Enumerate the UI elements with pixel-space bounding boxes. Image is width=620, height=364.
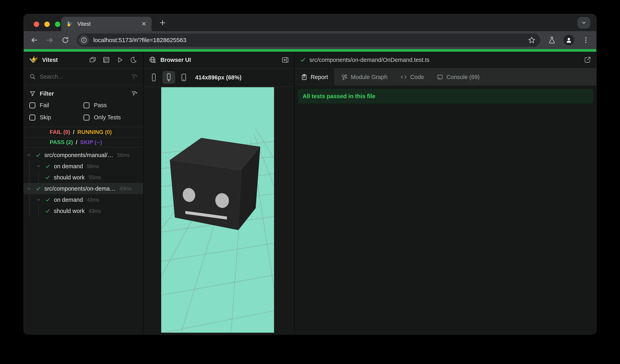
device-tablet-icon[interactable] xyxy=(180,73,187,82)
all-tests-passed-banner: All tests passed in this file xyxy=(298,89,593,103)
new-tab-button[interactable] xyxy=(158,18,167,27)
browser-window: Vitest ✕ xyxy=(24,14,596,335)
device-mobile-icon[interactable] xyxy=(150,73,157,82)
test-duration: 43ms xyxy=(89,208,101,214)
ui-windows-icon[interactable] xyxy=(88,55,97,64)
run-all-icon[interactable] xyxy=(115,55,124,64)
tab-title: Vitest xyxy=(77,21,91,27)
browser-tab[interactable]: Vitest ✕ xyxy=(61,17,152,31)
browser-ui-panel: Browser UI xyxy=(144,52,294,335)
report-panel: src/components/on-demand/OnDemand.test.t… xyxy=(294,52,596,335)
pass-check-icon xyxy=(43,197,52,202)
checkbox[interactable] xyxy=(29,102,35,108)
search-icon xyxy=(29,73,36,80)
chevron-down-icon[interactable] xyxy=(34,164,43,169)
chevron-down-icon[interactable] xyxy=(34,197,43,202)
forward-button[interactable] xyxy=(46,36,54,44)
address-toolbar: localhost:5173/#/?file=1828625563 xyxy=(24,31,596,49)
filter-option-pass[interactable]: Pass xyxy=(83,102,138,109)
browser-preview[interactable] xyxy=(161,87,274,333)
filter-option-fail[interactable]: Fail xyxy=(29,102,83,109)
test-tree-row-selected[interactable]: src/components/on-dema… 43ms xyxy=(24,183,143,194)
zoom-window-button[interactable] xyxy=(55,22,60,27)
menu-kebab-icon[interactable] xyxy=(582,36,590,44)
tab-code[interactable]: Code xyxy=(394,68,431,86)
pass-check-icon xyxy=(43,175,52,180)
pass-check-icon xyxy=(33,186,43,191)
checkbox[interactable] xyxy=(83,115,90,120)
globe-icon xyxy=(149,56,156,64)
bookmark-star-icon[interactable] xyxy=(528,36,538,44)
vitest-ui: Vitest xyxy=(24,52,596,335)
test-file-path: src/components/on-demand/OnDemand.test.t… xyxy=(310,57,429,63)
pass-check-icon xyxy=(43,208,52,214)
test-tree-row[interactable]: on demand 43ms xyxy=(24,194,143,205)
pass-check-icon xyxy=(300,57,306,63)
robot-cube-scene xyxy=(161,87,274,333)
site-info-icon[interactable] xyxy=(79,35,89,45)
browser-ui-title: Browser UI xyxy=(160,57,191,63)
tab-close-icon[interactable]: ✕ xyxy=(141,21,146,27)
viewport-size-label: 414x896px (68%) xyxy=(195,74,242,81)
filter-option-only-tests[interactable]: Only Tests xyxy=(83,114,138,121)
test-duration: 43ms xyxy=(87,197,99,203)
test-duration: 56ms xyxy=(117,152,129,158)
open-external-icon[interactable] xyxy=(584,56,591,63)
vitest-accent-bar xyxy=(24,49,596,52)
test-tree-row[interactable]: src/components/manual/… 56ms xyxy=(24,149,143,161)
checkbox[interactable] xyxy=(83,102,90,108)
chevron-down-icon[interactable] xyxy=(24,186,33,191)
preview-area xyxy=(144,87,294,335)
sidebar-header: Vitest xyxy=(24,52,143,68)
profile-avatar[interactable] xyxy=(563,35,574,45)
address-bar[interactable]: localhost:5173/#/?file=1828625563 xyxy=(77,33,540,47)
filter-option-skip[interactable]: Skip xyxy=(29,114,83,121)
back-button[interactable] xyxy=(30,36,38,44)
filter-title: Filter xyxy=(40,90,54,97)
pass-check-icon xyxy=(33,152,43,158)
browser-ui-header: Browser UI xyxy=(144,52,294,68)
experiments-flask-icon[interactable] xyxy=(548,36,556,44)
report-tabs: Report Module Graph xyxy=(294,68,596,86)
tab-report[interactable]: Report xyxy=(294,68,334,86)
sidebar: Vitest xyxy=(24,52,144,335)
test-tree: src/components/manual/… 56ms on demand 5… xyxy=(24,147,143,335)
clear-filter-icon[interactable] xyxy=(131,73,138,80)
app-title: Vitest xyxy=(42,57,58,63)
clipboard-icon xyxy=(301,74,307,80)
report-content: All tests passed in this file xyxy=(294,86,596,335)
reload-button[interactable] xyxy=(61,36,69,44)
stats-line-fail-running: FAIL (0) / RUNNING (0) xyxy=(24,127,143,137)
test-tree-row[interactable]: should work 43ms xyxy=(24,205,143,217)
vitest-logo-icon xyxy=(29,55,38,64)
checkbox[interactable] xyxy=(29,115,35,120)
minimize-window-button[interactable] xyxy=(44,22,50,27)
tab-search-button[interactable] xyxy=(577,17,590,29)
clear-filter-icon[interactable] xyxy=(131,90,138,97)
console-icon xyxy=(437,74,443,80)
tab-strip: Vitest ✕ xyxy=(24,14,596,31)
device-toolbar: 414x896px (68%) xyxy=(144,68,294,87)
search-input[interactable] xyxy=(40,73,127,80)
test-duration: 43ms xyxy=(119,186,132,191)
tab-console[interactable]: Console (69) xyxy=(431,68,486,86)
tab-module-graph[interactable]: Module Graph xyxy=(334,68,394,86)
dark-mode-moon-icon[interactable] xyxy=(129,55,138,64)
dock-panel-right-icon[interactable] xyxy=(281,56,289,64)
filter-section: Filter Fail Pass xyxy=(24,85,143,127)
url-text[interactable]: localhost:5173/#/?file=1828625563 xyxy=(93,37,186,44)
report-header: src/components/on-demand/OnDemand.test.t… xyxy=(294,52,596,68)
search-row xyxy=(24,68,143,85)
test-duration: 56ms xyxy=(87,163,99,169)
device-mobile-add-button-active[interactable] xyxy=(162,71,175,84)
vitest-favicon-icon xyxy=(66,21,73,27)
filter-funnel-icon xyxy=(29,90,36,97)
test-tree-row[interactable]: should work 55ms xyxy=(24,172,143,183)
chevron-down-icon[interactable] xyxy=(24,153,33,158)
dashboard-icon[interactable] xyxy=(102,55,111,64)
test-tree-row[interactable]: on demand 56ms xyxy=(24,161,143,172)
pass-check-icon xyxy=(43,164,52,169)
stats-line-pass-skip: PASS (2) / SKIP (--) xyxy=(24,137,143,147)
code-icon xyxy=(400,74,407,80)
close-window-button[interactable] xyxy=(34,22,39,27)
